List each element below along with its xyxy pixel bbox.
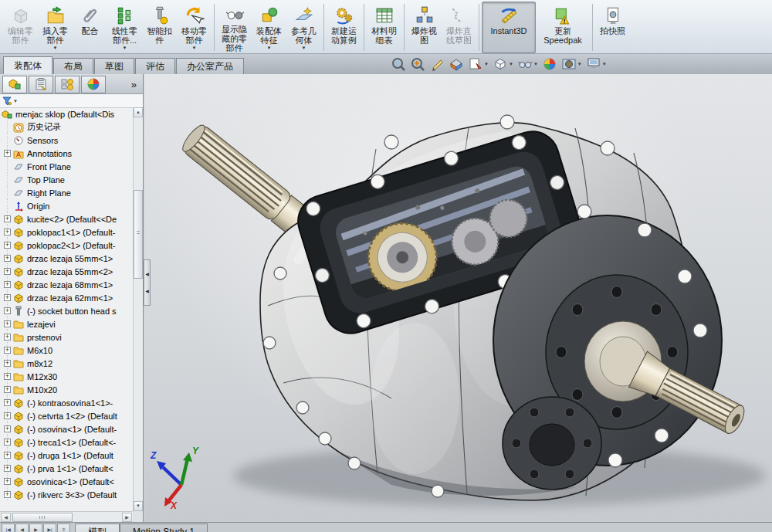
tree-expander-icon[interactable]: + bbox=[4, 439, 11, 446]
bill-of-materials-button[interactable]: 材料明细表 bbox=[367, 2, 401, 53]
ribbon-tab-3[interactable]: 草图 bbox=[94, 58, 134, 74]
tree-expander-icon[interactable]: + bbox=[4, 268, 11, 275]
tree-expander-icon[interactable]: + bbox=[4, 215, 11, 222]
dropdown-caret-icon[interactable]: ▼ bbox=[302, 46, 306, 52]
display-style-icon[interactable]: ▼ bbox=[492, 56, 514, 73]
tree-item[interactable]: +lezajevi bbox=[2, 317, 133, 330]
tree-expander-icon[interactable]: + bbox=[4, 255, 11, 262]
scroll-left-arrow[interactable]: ◀ bbox=[1, 513, 11, 522]
dropdown-caret-icon[interactable]: ▼ bbox=[509, 62, 513, 66]
tree-horizontal-scrollbar[interactable]: ◀ ▶ bbox=[0, 511, 143, 522]
mate-button[interactable]: 配合 bbox=[73, 2, 107, 53]
scroll-up-arrow[interactable]: ▲ bbox=[134, 107, 143, 117]
tree-expander-icon[interactable]: + bbox=[4, 347, 11, 354]
update-speedpak-button[interactable]: 更新Speedpak bbox=[536, 2, 590, 53]
tree-item[interactable]: +drzac lezaja 62mm<1> bbox=[2, 291, 133, 304]
prev-tab-button[interactable]: ◀ bbox=[15, 524, 29, 532]
tree-expander-icon[interactable]: + bbox=[4, 150, 11, 157]
next-tab-button[interactable]: ▶ bbox=[29, 524, 42, 532]
tree-expander-icon[interactable]: + bbox=[4, 478, 11, 485]
dropdown-caret-icon[interactable]: ▼ bbox=[577, 62, 582, 66]
tree-item[interactable]: +(-) osovina<1> (Default- bbox=[2, 422, 133, 435]
first-tab-button[interactable]: |◀ bbox=[2, 524, 15, 532]
scroll-down-arrow[interactable]: ▼ bbox=[134, 501, 143, 511]
tab-model[interactable]: 模型 bbox=[75, 524, 120, 532]
dropdown-caret-icon[interactable]: ▼ bbox=[533, 62, 538, 66]
panel-splitter-handle[interactable]: ◀◀ bbox=[144, 259, 151, 306]
tree-item[interactable]: +prstenovi bbox=[2, 330, 133, 344]
tree-item[interactable]: Front Plane bbox=[2, 160, 133, 173]
tree-item[interactable]: +poklopac1<1> (Default- bbox=[2, 225, 133, 239]
tree-expander-icon[interactable]: + bbox=[4, 373, 11, 380]
propertymanager-tab[interactable] bbox=[29, 76, 53, 93]
tree-item[interactable]: +osovinica<1> (Default< bbox=[2, 475, 133, 488]
tree-expander-icon[interactable]: + bbox=[4, 425, 11, 432]
tree-item[interactable]: +(-) druga 1<1> (Default bbox=[2, 449, 133, 462]
tree-expander-icon[interactable]: + bbox=[4, 360, 11, 367]
tree-item[interactable]: Sensors bbox=[2, 134, 133, 147]
tree-expander-icon[interactable]: + bbox=[4, 320, 11, 327]
tree-item[interactable]: +kucite<2> (Default<<De bbox=[2, 212, 133, 225]
exploded-view-button[interactable]: 爆炸视图 bbox=[407, 2, 442, 53]
configurationmanager-tab[interactable] bbox=[55, 76, 80, 93]
tree-expander-icon[interactable]: + bbox=[4, 412, 11, 419]
tree-item[interactable]: +drzac lezaja 55mm<1> bbox=[2, 252, 133, 265]
last-tab-button[interactable]: ▶| bbox=[43, 524, 56, 532]
take-snapshot-button[interactable]: 拍快照 bbox=[595, 2, 630, 53]
linear-component-pattern-button[interactable]: 线性零部件...▼ bbox=[107, 2, 142, 53]
tab-list-button[interactable]: ≡ bbox=[57, 524, 70, 532]
view-orientation-icon[interactable]: ▼ bbox=[467, 56, 489, 73]
tree-item[interactable]: Origin bbox=[2, 199, 133, 212]
new-motion-study-button[interactable]: 新建运动算例 bbox=[327, 2, 361, 53]
displaymanager-tab[interactable] bbox=[81, 76, 106, 93]
filter-caret-icon[interactable]: ▼ bbox=[13, 99, 18, 103]
apply-scene-icon[interactable]: ▼ bbox=[560, 56, 583, 73]
tree-expander-icon[interactable]: + bbox=[4, 229, 11, 236]
scroll-thumb[interactable] bbox=[134, 190, 143, 279]
panel-chevron-icon[interactable]: » bbox=[131, 79, 141, 90]
tree-item[interactable]: +(-) treca1<1> (Default<- bbox=[2, 435, 133, 449]
ribbon-tab-5[interactable]: 办公室产品 bbox=[176, 58, 244, 74]
featuremanager-tree-tab[interactable] bbox=[2, 76, 27, 93]
show-hidden-components-button[interactable]: 显示隐藏的零部件 bbox=[217, 2, 252, 53]
zoom-area-icon[interactable] bbox=[409, 56, 426, 73]
ribbon-tab-4[interactable]: 评估 bbox=[135, 58, 175, 74]
tree-item[interactable]: +m8x12 bbox=[2, 357, 133, 370]
tree-filter-bar[interactable]: ▼ bbox=[0, 94, 143, 108]
ribbon-tab-2[interactable]: 布局 bbox=[53, 58, 93, 74]
zoom-fit-icon[interactable] bbox=[390, 56, 407, 73]
tree-item[interactable]: +M12x30 bbox=[2, 370, 133, 383]
tree-item[interactable]: +drzac lezaja 55mm<2> bbox=[2, 265, 133, 278]
dropdown-caret-icon[interactable]: ▼ bbox=[602, 62, 607, 66]
tree-item[interactable]: +Annotations bbox=[2, 147, 133, 160]
dropdown-caret-icon[interactable]: ▼ bbox=[53, 46, 58, 52]
dropdown-caret-icon[interactable]: ▼ bbox=[267, 46, 272, 52]
reference-geometry-button[interactable]: 参考几何体▼ bbox=[286, 2, 321, 53]
ribbon-tab-1[interactable]: 装配体 bbox=[3, 56, 52, 74]
tree-expander-icon[interactable]: + bbox=[4, 491, 11, 498]
scroll-right-arrow[interactable]: ▶ bbox=[122, 513, 132, 522]
dropdown-caret-icon[interactable]: ▼ bbox=[123, 46, 127, 52]
tree-expander-icon[interactable]: + bbox=[4, 334, 11, 341]
tree-expander-icon[interactable]: + bbox=[4, 386, 11, 393]
tree-item[interactable]: +M6x10 bbox=[2, 344, 133, 357]
tree-item[interactable]: 历史记录 bbox=[2, 120, 133, 134]
smart-fasteners-button[interactable]: 智能扣件 bbox=[142, 2, 177, 53]
tree-expander-icon[interactable]: + bbox=[4, 465, 11, 472]
tree-expander-icon[interactable]: + bbox=[4, 452, 11, 459]
tree-item[interactable]: +(-) cetvrta 1<2> (Default bbox=[2, 409, 133, 422]
tree-item[interactable]: +(-) rikverc 3<3> (Default bbox=[2, 488, 133, 501]
move-component-button[interactable]: 移动零部件▼ bbox=[177, 2, 212, 53]
tree-expander-icon[interactable]: + bbox=[4, 281, 11, 288]
tree-item[interactable]: +(-) kontraosovina1<1>- bbox=[2, 396, 133, 409]
insert-components-button[interactable]: 插入零部件▼ bbox=[38, 2, 73, 53]
tree-vertical-scrollbar[interactable]: ▲ ▼ bbox=[133, 107, 143, 511]
tree-item[interactable]: Right Plane bbox=[2, 186, 133, 199]
view-settings-icon[interactable]: ▼ bbox=[585, 56, 608, 73]
tree-expander-icon[interactable]: + bbox=[4, 294, 11, 301]
tree-expander-icon[interactable]: + bbox=[4, 399, 11, 406]
hide-show-items-icon[interactable]: ▼ bbox=[516, 56, 539, 73]
scroll-thumb[interactable] bbox=[12, 513, 73, 522]
section-view-icon[interactable] bbox=[448, 56, 465, 73]
tree-expander-icon[interactable]: + bbox=[4, 242, 11, 249]
